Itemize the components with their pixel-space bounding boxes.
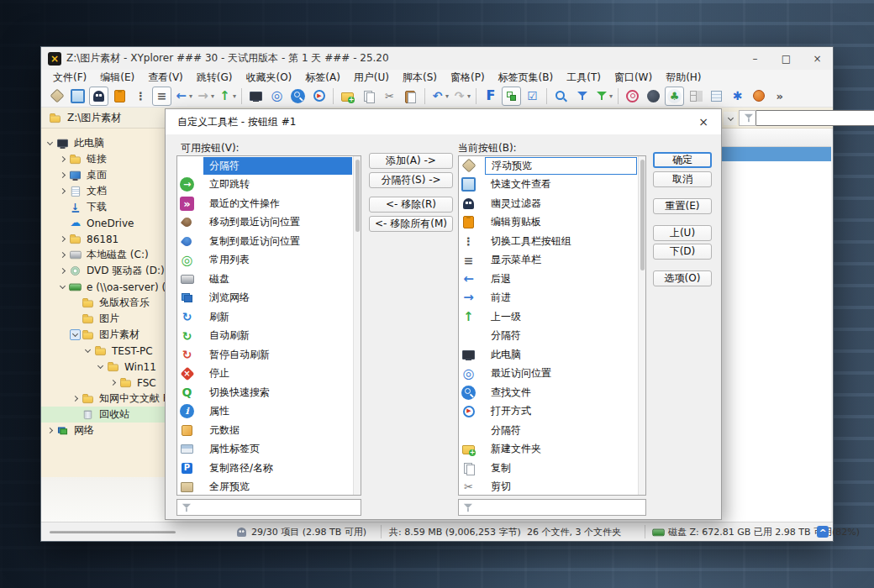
available-filter-box[interactable] [176,499,361,516]
available-list-scrollbar[interactable] [353,156,361,495]
available-item-立即跳转[interactable]: 立即跳转 [177,176,361,195]
tree-item-Win11[interactable]: Win11 [41,359,176,375]
chevron-right-icon[interactable] [57,154,68,165]
menu-item[interactable]: 跳转(G) [190,70,240,85]
current-item-最近访问位置[interactable]: 最近访问位置 [459,365,645,384]
current-item-幽灵过滤器[interactable]: 幽灵过滤器 [459,194,645,213]
available-item-属性标签页[interactable]: 属性标签页 [177,440,361,459]
scrollbar-thumb[interactable] [355,160,360,232]
gear-badge-button[interactable] [728,87,747,106]
move-up-button[interactable]: 上(U) [653,225,712,241]
current-filter-box[interactable] [458,499,646,516]
current-item-后退[interactable]: 后退 [459,270,645,289]
add-separator-button[interactable]: 分隔符(S) -> [369,172,453,188]
back-dropdown-arrow[interactable]: ▾ [189,92,192,100]
available-item-停止[interactable]: 停止 [177,365,361,384]
current-item-新建文件夹[interactable]: 新建文件夹 [459,440,645,459]
forward-dropdown-arrow[interactable]: ▾ [211,92,214,100]
current-item-浮动预览[interactable]: 浮动预览 [459,156,645,176]
available-item-最近的文件操作[interactable]: 最近的文件操作 [177,194,361,213]
current-item-切换工具栏按钮组[interactable]: 切换工具栏按钮组 [459,232,645,251]
title-bar[interactable]: Z:\图片素材 - XYplorer ### 30 - 天试用版本 - 第 1 … [41,47,833,70]
visual-filter-button[interactable]: ▾ [593,87,613,106]
current-item-分隔符[interactable]: 分隔符 [459,421,645,440]
up-button[interactable]: ▾ [217,87,237,106]
menu-item[interactable]: 文件(F) [46,70,93,85]
current-item-编辑剪贴板[interactable]: 编辑剪贴板 [459,213,645,233]
available-item-属性[interactable]: 属性 [177,402,361,422]
available-item-复制路径/名称[interactable]: 复制路径/名称 [177,459,361,478]
spiral-tool-button[interactable] [623,87,642,106]
tree-item-知网中文文献 PDF[interactable]: 知网中文文献 PDF [41,391,176,407]
available-item-切换快速搜索[interactable]: 切换快速搜索 [177,383,361,402]
tree-item-图片[interactable]: 图片 [41,311,176,327]
menu-item[interactable]: 编辑(E) [93,70,141,85]
menu-item[interactable]: 帮助(H) [659,70,708,85]
tree-item-回收站[interactable]: 回收站 [41,407,176,423]
menu-item[interactable]: 查看(V) [141,70,190,85]
minimize-button[interactable]: – [740,47,771,70]
current-item-查找文件[interactable]: 查找文件 [459,383,645,402]
ok-button[interactable]: 确定 [653,152,712,168]
current-item-此电脑[interactable]: 此电脑 [459,345,645,365]
toggle-toolbar-group-button[interactable] [131,87,150,106]
current-item-显示菜单栏[interactable]: 显示菜单栏 [459,251,645,270]
chevron-down-icon[interactable] [57,281,68,292]
visual-filter-dropdown-arrow[interactable]: ▾ [609,92,613,100]
current-item-打开方式[interactable]: 打开方式 [459,402,645,422]
scrollbar-thumb[interactable] [640,160,645,270]
remove-button[interactable]: <- 移除(R) [369,197,453,213]
floating-preview-button[interactable] [47,87,66,106]
quick-search-button[interactable] [551,87,571,106]
available-item-刷新[interactable]: 刷新 [177,307,361,327]
favorites-button[interactable] [481,87,500,106]
menu-item[interactable]: 工具(T) [560,70,608,85]
paste-button[interactable] [401,87,420,106]
current-filter-input[interactable] [475,501,645,514]
current-list-scrollbar[interactable] [638,156,645,495]
status-expand[interactable] [817,522,829,541]
back-button[interactable]: ▾ [173,87,193,106]
maximize-button[interactable]: □ [771,47,802,70]
menu-item[interactable]: 收藏夹(O) [239,70,298,85]
current-item-上一级[interactable]: 上一级 [459,307,645,327]
show-menu-bar-button[interactable] [152,87,171,106]
toolbar-overflow-button[interactable] [770,87,789,106]
menu-item[interactable]: 标签(A) [298,70,347,85]
current-item-分隔符[interactable]: 分隔符 [459,327,645,346]
tree-item-桌面[interactable]: 桌面 [41,167,176,183]
available-item-常用列表[interactable]: 常用列表 [177,251,361,270]
tab-list-dropdown[interactable] [724,112,737,125]
copy-button[interactable] [359,87,378,106]
available-item-全屏预览[interactable]: 全屏预览 [177,478,361,496]
available-filter-input[interactable] [193,501,361,514]
dialog-close-button[interactable]: × [694,113,713,130]
find-files-button[interactable] [288,87,308,106]
tree-item-此电脑[interactable]: 此电脑 [41,135,176,151]
tree-item-本地磁盘 (C:)[interactable]: 本地磁盘 (C:) [41,247,176,263]
remove-all-button[interactable]: <- 移除所有(M) [369,216,453,232]
available-item-自动刷新[interactable]: 自动刷新 [177,327,361,346]
available-buttons-list[interactable]: 分隔符立即跳转最近的文件操作移动到最近访问位置复制到最近访问位置常用列表磁盘浏览… [176,155,361,496]
tree-item-网络[interactable]: 网络 [41,423,176,438]
chevron-right-icon[interactable] [57,186,68,197]
list-filter-input[interactable] [756,110,874,126]
current-item-剪切[interactable]: 剪切 [459,478,645,496]
undo-button[interactable]: ▾ [429,87,450,106]
menu-item[interactable]: 脚本(S) [396,70,444,85]
dialog-title-bar[interactable]: 自定义工具栏 - 按钮组 #1 [166,109,721,134]
menu-item[interactable]: 用户(U) [347,70,396,85]
undo-dropdown-arrow[interactable]: ▾ [445,92,449,100]
available-item-移动到最近访问位置[interactable]: 移动到最近访问位置 [177,213,361,233]
add-button[interactable]: 添加(A) -> [369,153,453,169]
chevron-right-icon[interactable] [45,425,55,436]
close-button[interactable]: × [802,47,833,70]
chevron-right-icon[interactable] [57,265,68,276]
reset-button[interactable]: 重置(E) [653,198,712,214]
move-down-button[interactable]: 下(D) [653,244,712,260]
current-buttons-list[interactable]: 浮动预览快速文件查看幽灵过滤器编辑剪贴板切换工具栏按钮组显示菜单栏后退前进上一级… [458,155,646,496]
report-view-button[interactable] [707,87,726,106]
forward-button[interactable]: ▾ [195,87,215,106]
tree-item-OneDrive[interactable]: OneDrive [41,215,176,231]
recent-locations-button[interactable] [267,87,287,106]
